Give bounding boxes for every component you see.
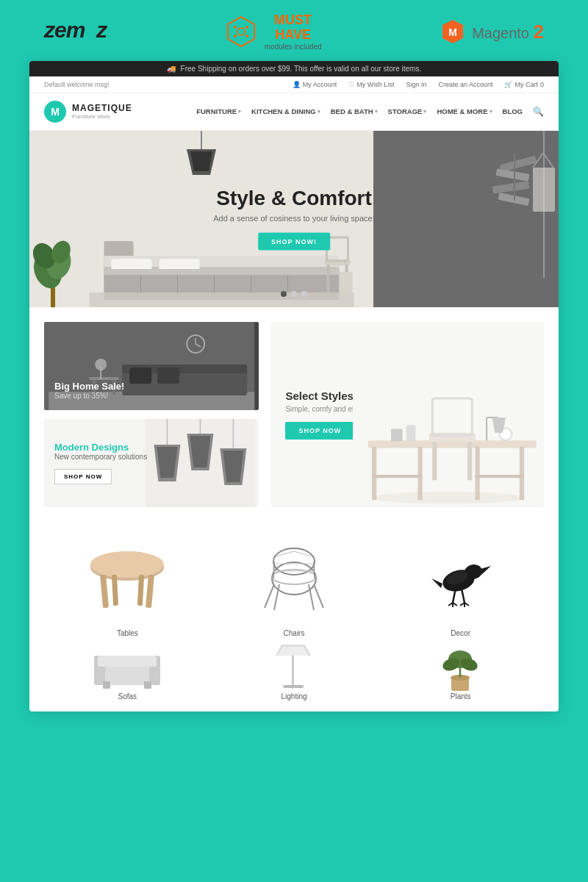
nav-blog[interactable]: BLOG bbox=[503, 107, 523, 115]
category-decor-label: Decor bbox=[451, 629, 470, 637]
decor-icon-wrap bbox=[417, 537, 505, 625]
svg-line-100 bbox=[314, 584, 323, 608]
svg-rect-71 bbox=[417, 447, 422, 501]
svg-rect-125 bbox=[283, 685, 304, 688]
desk-scene-svg bbox=[353, 359, 544, 507]
slider-dot-1[interactable] bbox=[281, 291, 287, 297]
nav-blog-label: BLOG bbox=[503, 107, 523, 115]
category-item-4[interactable]: Sofas bbox=[44, 641, 211, 700]
wish-list-link[interactable]: ♡ My Wish List bbox=[348, 81, 394, 88]
cart-link[interactable]: 🛒 My Cart 0 bbox=[504, 81, 544, 88]
category-tables[interactable]: Tables bbox=[44, 537, 211, 637]
cat5-icon-wrap bbox=[254, 641, 334, 692]
nav-home-more-label: HOME & MORE bbox=[437, 107, 487, 115]
svg-point-87 bbox=[90, 551, 164, 578]
must-have-hex-icon bbox=[225, 15, 257, 48]
svg-marker-33 bbox=[190, 151, 212, 171]
category-chairs-label: Chairs bbox=[284, 629, 305, 637]
hero-shop-now-button[interactable]: SHOP NOW! bbox=[258, 233, 330, 251]
table-icon-wrap bbox=[83, 537, 171, 625]
store-logo[interactable]: M MAGETIQUE Furniture store bbox=[44, 101, 132, 123]
svg-rect-75 bbox=[475, 475, 524, 478]
category-item-5[interactable]: Lighting bbox=[211, 641, 378, 700]
category-decor[interactable]: Decor bbox=[377, 537, 544, 637]
chair-icon-wrap bbox=[250, 537, 338, 625]
create-account-link[interactable]: Create an Account bbox=[438, 81, 492, 88]
slider-dot-3[interactable] bbox=[301, 291, 307, 297]
category-item-6[interactable]: Plants bbox=[377, 641, 544, 700]
nav-furniture[interactable]: FURNITURE ▾ bbox=[196, 107, 241, 115]
svg-rect-48 bbox=[157, 368, 179, 384]
site-container: 🚚 Free Shipping on orders over $99. This… bbox=[29, 61, 559, 711]
svg-rect-28 bbox=[327, 265, 330, 293]
nav-kitchen-label: KITCHEN & DINING bbox=[251, 107, 316, 115]
cat4-label: Sofas bbox=[118, 692, 137, 700]
top-nav: Default welcome msg! 👤 My Account ♡ My W… bbox=[29, 76, 559, 93]
svg-rect-31 bbox=[201, 131, 202, 149]
svg-rect-42 bbox=[533, 168, 555, 212]
svg-line-95 bbox=[273, 562, 274, 578]
promo-right-shop-button[interactable]: SHOP NOW bbox=[285, 422, 354, 440]
light-promo-subtitle: New contemporary solutions bbox=[54, 453, 147, 461]
category-chairs[interactable]: Chairs bbox=[211, 537, 378, 637]
lamp2-icon bbox=[254, 641, 334, 692]
hero-bg-right bbox=[373, 131, 559, 307]
nav-storage[interactable]: STORAGE ▾ bbox=[388, 107, 427, 115]
must-have-text: MUST HAVE modules included bbox=[265, 13, 322, 51]
cat6-label: Plants bbox=[451, 692, 471, 700]
magento-logo-icon: M bbox=[440, 18, 466, 45]
chair-icon bbox=[254, 545, 334, 615]
plant-decoration bbox=[33, 204, 74, 307]
categories-row-2: Sofas Lighting bbox=[29, 637, 559, 711]
must-have-badge: MUST HAVE modules included bbox=[225, 13, 322, 51]
chevron-down-icon: ▾ bbox=[318, 109, 320, 115]
svg-rect-76 bbox=[391, 429, 403, 442]
dark-promo-card: Big Home Sale! Save up to 35%! bbox=[44, 322, 259, 410]
zemes-underline bbox=[44, 44, 96, 46]
table-icon bbox=[87, 545, 168, 615]
svg-rect-121 bbox=[98, 656, 157, 667]
nav-furniture-label: FURNITURE bbox=[196, 107, 237, 115]
sofa-icon bbox=[87, 641, 168, 692]
cat4-icon-wrap bbox=[87, 641, 168, 692]
logo-icon: M bbox=[44, 101, 66, 123]
light-promo-text: Modern Designs New contemporary solution… bbox=[54, 442, 147, 484]
dark-promo-text: Big Home Sale! Save up to 35%! bbox=[54, 381, 124, 400]
cat5-label: Lighting bbox=[281, 692, 306, 700]
nav-storage-label: STORAGE bbox=[388, 107, 423, 115]
nav-home-more[interactable]: HOME & MORE ▾ bbox=[437, 107, 492, 115]
svg-rect-122 bbox=[103, 681, 110, 689]
svg-point-5 bbox=[245, 35, 248, 37]
cat6-icon-wrap bbox=[420, 641, 501, 692]
account-icon: 👤 bbox=[293, 81, 301, 88]
magento-badge: M Magento 2 bbox=[440, 18, 544, 45]
svg-rect-88 bbox=[100, 575, 109, 609]
nav-kitchen[interactable]: KITCHEN & DINING ▾ bbox=[251, 107, 320, 115]
svg-rect-123 bbox=[144, 681, 151, 689]
nav-bed-bath[interactable]: BED & BATH ▾ bbox=[331, 107, 378, 115]
svg-rect-30 bbox=[340, 272, 353, 293]
search-button[interactable]: 🔍 bbox=[533, 107, 544, 117]
my-account-link[interactable]: 👤 My Account bbox=[293, 81, 337, 88]
main-header: M MAGETIQUE Furniture store FURNITURE ▾ … bbox=[29, 93, 559, 131]
svg-text:M: M bbox=[448, 26, 457, 38]
top-badge-bar: zem e z MUST HAVE modules included M Mag… bbox=[0, 0, 588, 61]
slider-dot-2[interactable] bbox=[291, 291, 297, 297]
svg-rect-47 bbox=[129, 368, 151, 384]
svg-point-93 bbox=[272, 570, 316, 584]
svg-point-53 bbox=[95, 359, 107, 370]
svg-rect-36 bbox=[492, 181, 530, 193]
sign-in-link[interactable]: Sign In bbox=[406, 81, 426, 88]
light-promo-shop-button[interactable]: SHOP NOW bbox=[54, 469, 112, 484]
shipping-text: Free Shipping on orders over $99. This o… bbox=[181, 65, 422, 73]
svg-rect-72 bbox=[475, 447, 479, 501]
svg-line-99 bbox=[265, 584, 274, 608]
light-promo-title: Modern Designs bbox=[54, 442, 147, 453]
svg-line-111 bbox=[462, 589, 465, 603]
light-promo-card: Modern Designs New contemporary solution… bbox=[44, 419, 259, 507]
svg-rect-35 bbox=[495, 168, 529, 182]
svg-rect-89 bbox=[146, 575, 154, 609]
ceiling-lamp bbox=[179, 131, 223, 182]
dark-promo-title: Big Home Sale! bbox=[54, 381, 124, 392]
svg-line-96 bbox=[314, 562, 315, 578]
